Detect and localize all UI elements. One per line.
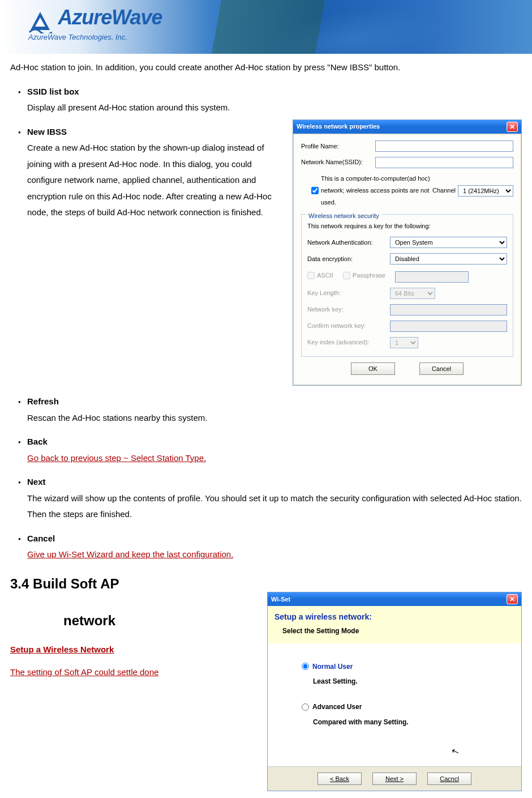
wireless-properties-dialog: Wireless network properties ✕ Profile Na…	[293, 120, 522, 386]
close-icon[interactable]: ✕	[507, 122, 518, 132]
security-group-title: Wireless network security	[306, 210, 381, 222]
ascii-label: ASCII	[317, 270, 333, 281]
adhoc-check-label: This is a computer-to-computer(ad hoc) n…	[321, 173, 430, 208]
netkey-label: Network key:	[307, 304, 387, 315]
passphrase-checkbox	[343, 272, 350, 279]
item-title: SSID list box	[27, 84, 522, 100]
header-banner: AzureWave AzureWave Technologies, Inc.	[0, 0, 532, 54]
item-back: Back Go back to previous step ~ Select S…	[27, 434, 522, 466]
logo-main-text: AzureWave	[58, 6, 162, 29]
channel-label: Channel	[432, 185, 456, 197]
item-desc: Create a new Ad-Hoc station by the shown…	[27, 140, 276, 221]
profile-name-input[interactable]	[375, 140, 513, 152]
section-number: 3.4	[10, 576, 29, 591]
keyidx-label: Key index (advanced):	[307, 336, 387, 348]
back-button[interactable]: < Back	[318, 773, 362, 785]
item-desc-link: Give up Wi-Set Wizard and keep the last …	[27, 547, 522, 563]
security-note: This network requires a key for the foll…	[307, 220, 507, 232]
next-button[interactable]: Next >	[372, 773, 417, 785]
normal-user-label: Normal User	[312, 660, 353, 673]
passphrase-label: Passphrase	[353, 270, 385, 281]
confkey-input	[390, 321, 507, 332]
channel-select[interactable]: 1 (2412MHz)	[458, 185, 513, 197]
item-desc: Rescan the Ad-Hoc stations nearby this s…	[27, 410, 522, 426]
ascii-checkbox	[307, 272, 315, 279]
advanced-user-radio[interactable]	[302, 703, 309, 711]
section-title: Build Soft AP	[33, 576, 119, 591]
item-desc-link: Go back to previous step ~ Select Statio…	[27, 450, 522, 467]
bullet-list: SSID list box Display all present Ad-Hoc…	[10, 84, 522, 563]
item-refresh: Refresh Rescan the Ad-Hoc stations nearb…	[27, 394, 522, 426]
wiset-title: Wi-Set	[271, 594, 290, 605]
header-logo: AzureWave AzureWave Technologies, Inc.	[28, 6, 162, 41]
intro-paragraph: Ad-Hoc station to join. In addition, you…	[10, 59, 522, 76]
item-title: Refresh	[27, 394, 522, 410]
wiset-dialog: Wi-Set ✕ Setup a wireless network: Selec…	[267, 592, 522, 791]
dialog-title: Wireless network properties	[297, 121, 380, 133]
enc-label: Data encryption:	[307, 253, 387, 265]
confkey-label: Confirm network key:	[307, 320, 387, 332]
setup-wireless-heading: Setup a Wireless Network	[10, 642, 114, 658]
keylen-label: Key Length:	[307, 287, 387, 299]
dialog-titlebar: Wireless network properties ✕	[293, 120, 521, 134]
wiset-headline: Setup a wireless network:	[274, 609, 514, 625]
enc-select[interactable]: Disabled	[390, 253, 507, 264]
netkey-input	[390, 304, 507, 315]
keylen-select: 64 Bits	[390, 288, 435, 299]
normal-user-radio[interactable]	[302, 663, 309, 670]
security-group: Wireless network security This network r…	[301, 214, 513, 357]
item-new-ibss: Wireless network properties ✕ Profile Na…	[27, 124, 522, 386]
adhoc-checkbox[interactable]	[311, 187, 319, 194]
wiset-titlebar: Wi-Set ✕	[268, 592, 521, 606]
item-title: Back	[27, 434, 522, 450]
document-content: Ad-Hoc station to join. In addition, you…	[0, 54, 532, 798]
cancel-button[interactable]: Cancel	[419, 362, 464, 375]
passphrase-input	[395, 271, 469, 283]
keyidx-select: 1	[390, 337, 418, 348]
item-next: Next The wizard will show up the content…	[27, 474, 522, 523]
item-desc: The wizard will show up the contents of …	[27, 490, 522, 523]
advanced-user-label: Advanced User	[312, 701, 362, 714]
advanced-user-desc: Compared with many Setting.	[302, 716, 499, 729]
item-title: Cancel	[27, 531, 522, 547]
azurewave-logo-icon	[28, 10, 52, 35]
ssid-input[interactable]	[375, 157, 513, 168]
normal-user-desc: Least Setting.	[302, 675, 499, 688]
auth-select[interactable]: Open System	[390, 237, 507, 248]
wiset-subheadline: Select the Setting Mode	[274, 625, 514, 638]
item-title: Next	[27, 474, 522, 490]
close-icon[interactable]: ✕	[507, 594, 518, 604]
item-ssid: SSID list box Display all present Ad-Hoc…	[27, 84, 522, 116]
auth-label: Network Authentication:	[307, 237, 387, 249]
ssid-label: Network Name(SSID):	[301, 156, 372, 168]
item-cancel: Cancel Give up Wi-Set Wizard and keep th…	[27, 531, 522, 563]
section-34-subtitle: network	[10, 608, 169, 634]
ok-button[interactable]: OK	[351, 362, 395, 375]
item-desc: Display all present Ad-Hoc station aroun…	[27, 100, 522, 116]
logo-sub-text: AzureWave Technologies, Inc.	[28, 33, 162, 41]
profile-name-label: Profile Name:	[301, 140, 372, 152]
cursor-icon: ↖	[449, 742, 462, 761]
cancel-button[interactable]: Cacncl	[427, 773, 471, 785]
